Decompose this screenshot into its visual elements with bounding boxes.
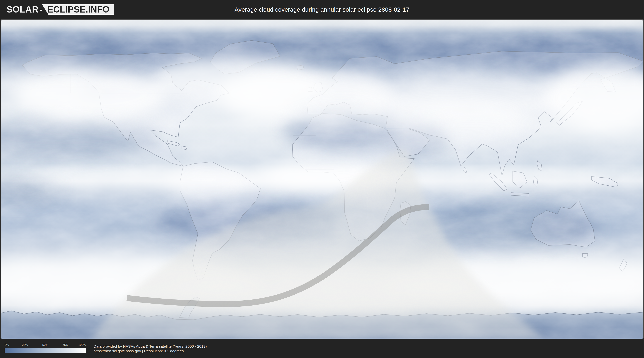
map-frame bbox=[0, 19, 644, 339]
legend-label-25: 25% bbox=[22, 343, 28, 346]
credit-line-source: Data provided by NASAs Aqua & Terra sate… bbox=[94, 344, 207, 349]
legend-label-100: 100% bbox=[78, 343, 86, 346]
data-credits: Data provided by NASAs Aqua & Terra sate… bbox=[94, 344, 207, 353]
page-title: Average cloud coverage during annular so… bbox=[0, 0, 644, 19]
legend-label-75: 75% bbox=[62, 343, 68, 346]
footer-bar: 0% 25% 50% 75% 100% Data provided by NAS… bbox=[0, 339, 644, 358]
legend-tick-labels: 0% 25% 50% 75% 100% bbox=[5, 343, 86, 347]
cloud-coverage-legend: 0% 25% 50% 75% 100% bbox=[5, 339, 86, 358]
legend-label-50: 50% bbox=[42, 343, 48, 346]
legend-gradient-bar bbox=[5, 348, 86, 353]
world-cloud-map bbox=[1, 21, 643, 339]
page: SOLAR-ECLIPSE.INFO Average cloud coverag… bbox=[0, 0, 644, 358]
legend-label-0: 0% bbox=[5, 343, 9, 346]
credit-line-url: https://neo.sci.gsfc.nasa.gov | Resoluti… bbox=[94, 349, 207, 353]
header-bar: SOLAR-ECLIPSE.INFO Average cloud coverag… bbox=[0, 0, 644, 19]
